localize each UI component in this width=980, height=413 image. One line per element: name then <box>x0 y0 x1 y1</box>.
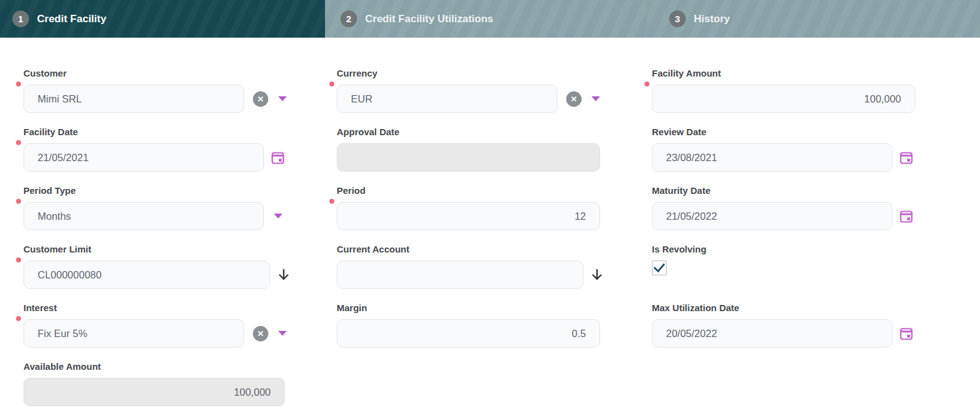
margin-label: Margin <box>337 302 652 313</box>
calendar-icon[interactable] <box>271 151 284 164</box>
approval-date-input <box>337 143 600 172</box>
customer-label: Customer <box>23 68 337 78</box>
field-current-account: Current Account <box>337 244 652 289</box>
step-number-1: 1 <box>12 10 29 27</box>
step-number-3: 3 <box>669 10 686 27</box>
available-amount-input: 100,000 <box>23 378 285 406</box>
required-dot <box>329 199 334 204</box>
available-amount-label: Available Amount <box>23 361 337 372</box>
customer-limit-label: Customer Limit <box>23 244 337 254</box>
period-input[interactable]: 12 <box>337 202 600 230</box>
required-dot <box>16 199 21 204</box>
margin-input[interactable]: 0.5 <box>337 319 600 348</box>
max-utilization-date-input[interactable]: 20/05/2022 <box>652 319 892 348</box>
field-customer-limit: Customer Limit CL000000080 <box>23 244 337 289</box>
clear-circle-icon[interactable]: ✕ <box>253 326 268 341</box>
period-type-input[interactable]: Months <box>23 202 264 230</box>
required-dot <box>16 316 21 321</box>
is-revolving-checkbox[interactable] <box>652 261 667 275</box>
field-currency: Currency EUR ✕ <box>337 68 652 113</box>
field-period: Period 12 <box>337 185 652 230</box>
required-dot <box>329 81 334 86</box>
approval-date-label: Approval Date <box>337 127 652 137</box>
maturity-date-input[interactable]: 21/05/2022 <box>652 202 892 230</box>
tab-label-credit-facility-utilizations: Credit Facility Utilizations <box>365 13 493 25</box>
required-dot <box>16 257 21 262</box>
field-margin: Margin 0.5 <box>337 302 652 348</box>
field-facility-amount: Facility Amount 100,000 <box>652 68 968 113</box>
clear-circle-icon[interactable]: ✕ <box>253 91 268 107</box>
field-review-date: Review Date 23/08/2021 <box>652 127 968 172</box>
facility-amount-label: Facility Amount <box>652 68 968 78</box>
maturity-date-label: Maturity Date <box>652 185 968 196</box>
form-column-3: Facility Amount 100,000 Review Date 23/0… <box>652 68 968 413</box>
period-type-label: Period Type <box>23 185 337 196</box>
field-max-utilization-date: Max Utilization Date 20/05/2022 <box>652 302 968 348</box>
currency-label: Currency <box>337 68 652 78</box>
customer-limit-input[interactable]: CL000000080 <box>23 261 270 289</box>
tab-credit-facility[interactable]: 1 Credit Facility <box>0 0 325 38</box>
interest-input[interactable]: Fix Eur 5% <box>23 319 244 348</box>
field-customer: Customer Mimi SRL ✕ <box>23 68 337 113</box>
field-period-type: Period Type Months <box>23 185 337 230</box>
required-dot <box>16 81 21 86</box>
form-column-2: Currency EUR ✕ Approval Date Period 12 C… <box>337 68 652 413</box>
required-dot <box>16 140 21 145</box>
facility-amount-input[interactable]: 100,000 <box>652 85 915 113</box>
interest-label: Interest <box>23 302 337 313</box>
field-is-revolving: Is Revolving <box>652 244 968 289</box>
facility-date-label: Facility Date <box>23 127 337 137</box>
current-account-label: Current Account <box>337 244 652 254</box>
is-revolving-label: Is Revolving <box>652 244 968 254</box>
tab-history[interactable]: 3 History <box>647 0 980 38</box>
review-date-input[interactable]: 23/08/2021 <box>652 143 892 172</box>
chevron-down-icon[interactable] <box>591 96 600 101</box>
customer-input[interactable]: Mimi SRL <box>23 85 244 113</box>
period-label: Period <box>337 185 652 196</box>
tab-label-history: History <box>694 13 730 25</box>
calendar-icon[interactable] <box>900 327 913 340</box>
field-interest: Interest Fix Eur 5% ✕ <box>23 302 337 348</box>
chevron-down-icon[interactable] <box>278 96 287 101</box>
currency-input[interactable]: EUR <box>337 85 558 113</box>
down-arrow-lookup-icon[interactable] <box>276 267 291 282</box>
credit-facility-form: Customer Mimi SRL ✕ Facility Date 21/05/… <box>0 38 980 413</box>
chevron-down-icon[interactable] <box>274 214 282 219</box>
checkbox-check-icon <box>653 261 666 275</box>
down-arrow-lookup-icon[interactable] <box>590 267 604 282</box>
stepper: 1 Credit Facility 2 Credit Facility Util… <box>0 0 980 38</box>
clear-circle-icon[interactable]: ✕ <box>566 91 582 107</box>
calendar-icon[interactable] <box>900 151 913 164</box>
step-number-2: 2 <box>340 10 357 27</box>
current-account-input[interactable] <box>337 261 583 289</box>
max-utilization-date-label: Max Utilization Date <box>652 302 968 313</box>
tab-label-credit-facility: Credit Facility <box>37 13 106 25</box>
tab-credit-facility-utilizations[interactable]: 2 Credit Facility Utilizations <box>325 0 647 38</box>
required-dot <box>644 81 649 86</box>
field-available-amount: Available Amount 100,000 <box>23 361 337 406</box>
review-date-label: Review Date <box>652 127 968 137</box>
field-maturity-date: Maturity Date 21/05/2022 <box>652 185 968 230</box>
field-facility-date: Facility Date 21/05/2021 <box>23 127 337 172</box>
chevron-down-icon[interactable] <box>278 331 287 336</box>
field-approval-date: Approval Date <box>337 127 652 172</box>
form-column-1: Customer Mimi SRL ✕ Facility Date 21/05/… <box>23 68 337 413</box>
facility-date-input[interactable]: 21/05/2021 <box>23 143 264 172</box>
calendar-icon[interactable] <box>900 210 913 223</box>
